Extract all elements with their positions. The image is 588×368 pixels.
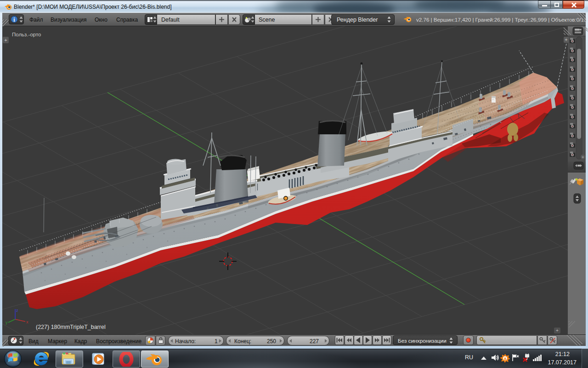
svg-text:z: z [16,308,18,313]
svg-text:a: a [504,356,507,361]
svg-text:+: + [565,37,568,42]
svg-text:x: x [26,320,28,324]
svg-text:+: + [556,328,559,333]
svg-text:(227) 180mmTripleT_barrel: (227) 180mmTripleT_barrel [36,324,106,330]
svg-text:Польз.-орто: Польз.-орто [12,32,41,37]
svg-text:+: + [582,155,584,160]
svg-text:y: y [6,320,8,325]
svg-text:+: + [4,37,7,43]
